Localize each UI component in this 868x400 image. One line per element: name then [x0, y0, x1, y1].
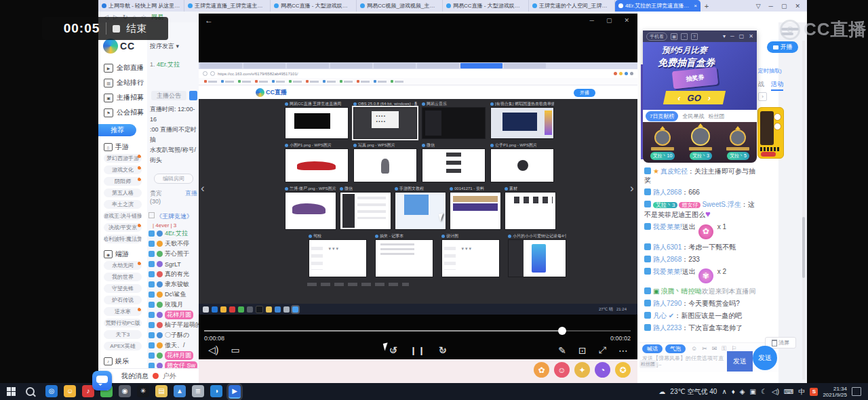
- taskbar-app-icon[interactable]: ▶: [229, 385, 241, 399]
- rewind-10-button[interactable]: ↺10: [389, 344, 398, 357]
- tab-close-icon[interactable]: ×: [694, 3, 697, 9]
- speak-order-select[interactable]: 按序发言 ▾: [150, 42, 199, 51]
- task-thumbnail[interactable]: 公子P1.png - WPS图片: [490, 142, 554, 182]
- viewer-row[interactable]: 隶东骏敏: [147, 279, 199, 289]
- pip-icon[interactable]: ⊡: [578, 345, 587, 356]
- podium-entry[interactable]: 艾拉丶5: [726, 129, 749, 160]
- viewer-row[interactable]: 天歌不停: [147, 239, 199, 249]
- gift-emote-icon[interactable]: ☺: [554, 362, 570, 378]
- game-category[interactable]: 游戏王:决斗链接: [104, 212, 142, 220]
- taskbar-app-icon[interactable]: ☺: [64, 385, 76, 397]
- maximize-icon[interactable]: ▢: [781, 3, 787, 9]
- browser-tab[interactable]: 王牌竞速直播_王牌竞速主播解说_: [184, 0, 271, 12]
- task-thumbnail[interactable]: 驾校: [309, 233, 367, 277]
- notification-center-icon[interactable]: [852, 387, 861, 396]
- viewer-row[interactable]: 〇子酥の: [147, 330, 199, 340]
- grid-icon[interactable]: ▦: [671, 33, 677, 40]
- viewer-row[interactable]: SgrLT: [147, 259, 199, 269]
- caption-icon[interactable]: ▭: [231, 344, 239, 355]
- promo-banner[interactable]: 预约5月比赛 免费抽盲盒券 抽奖券 GO: [643, 42, 757, 110]
- task-thumbnail[interactable]: 微信: [340, 186, 391, 230]
- prev-arrow[interactable]: ‹: [201, 182, 205, 195]
- taskbar-app-icon[interactable]: ▤: [155, 385, 167, 397]
- game-category[interactable]: 游戏文化: [104, 165, 142, 174]
- browser-tab[interactable]: 王牌竞速的个人空间_王牌竞速视频: [529, 0, 615, 12]
- podium-entry[interactable]: 艾拉丶10: [650, 129, 675, 160]
- next-arrow[interactable]: ›: [630, 182, 634, 195]
- tray-icon[interactable]: ▣: [750, 388, 756, 395]
- go-button[interactable]: GO: [663, 91, 726, 104]
- game-category[interactable]: 逆水寒: [104, 307, 142, 316]
- viewer-row[interactable]: 柚子芊超萌的: [147, 320, 199, 330]
- mail-icon[interactable]: ✉: [712, 345, 717, 353]
- viewer-row[interactable]: 芳心照于: [147, 249, 199, 259]
- emoji-icon[interactable]: ☺: [691, 345, 697, 353]
- game-category[interactable]: 率土之滨: [104, 200, 142, 209]
- menu-icon[interactable]: ▽: [756, 3, 761, 9]
- stop-icon[interactable]: [113, 25, 120, 33]
- task-thumbnail[interactable]: [有翡合集] 燃唱国漫热血歌曲串烧: [490, 101, 554, 139]
- sidebar-nav-item[interactable]: ▶ 全部直播: [98, 60, 147, 75]
- game-category[interactable]: 荒野行动PC版: [104, 319, 142, 327]
- volume-icon[interactable]: ◁): [208, 344, 218, 355]
- task-thumbnail[interactable]: 00141271 - 资料: [450, 186, 501, 230]
- taskbar-clock[interactable]: 21:34 2021/9/25: [823, 386, 847, 398]
- viewer-row[interactable]: 花样月圆: [147, 351, 199, 361]
- tray-icon[interactable]: ◈: [740, 388, 745, 395]
- edit-icon[interactable]: ✎: [558, 345, 566, 356]
- browser-tab[interactable]: 网易CC直播 - 大型游戏娱乐直播平: [271, 0, 357, 12]
- task-thumbnail[interactable]: 网易CC直播 王牌竞速直播间: [285, 101, 349, 139]
- vip-header[interactable]: 直播 贵宾 (30): [150, 189, 199, 205]
- popup-maximize-icon[interactable]: ▢: [739, 33, 745, 39]
- back-arrow-icon[interactable]: ←: [205, 16, 213, 25]
- gift-emote-icon[interactable]: ◔: [595, 362, 610, 378]
- game-category[interactable]: 永劫无间: [104, 261, 142, 270]
- ime-indicator[interactable]: 中: [798, 387, 805, 397]
- task-thumbnail[interactable]: 小只的小小可爱转让记录每4个小时: [508, 233, 566, 277]
- browser-tab[interactable]: 4Er.艾拉的王牌竞速直播间_4Er.艾 ×: [615, 0, 701, 12]
- sidebar-nav-item[interactable]: ⚑ 公会招募: [98, 105, 147, 120]
- chat-message-list[interactable]: ★真皮蛇径：关注主播即可参与抽奖 路人2868：666 艾拉丶3翅女仔Sweet…: [643, 165, 762, 342]
- game-category[interactable]: 阴阳师: [104, 177, 142, 186]
- popup-close-icon[interactable]: ✕: [749, 33, 753, 39]
- bell-icon[interactable]: ◔: [681, 33, 688, 40]
- outdoor-tab[interactable]: 户外: [163, 372, 176, 381]
- viewer-row[interactable]: 真的有光: [147, 269, 199, 279]
- task-thumbnail[interactable]: 兰博·僵尸.png - WPS图片: [285, 186, 336, 230]
- game-category[interactable]: 第五人格: [104, 188, 142, 197]
- tab-activity[interactable]: 活动: [771, 80, 783, 91]
- viewer-row[interactable]: Dc\鲨鱼: [147, 289, 199, 300]
- game-category[interactable]: 决战!平安京: [104, 223, 142, 232]
- game-category[interactable]: 炉石传说: [104, 296, 142, 304]
- gift-emote-icon[interactable]: ✦: [574, 362, 590, 378]
- moon-icon[interactable]: ☾: [761, 388, 767, 395]
- send-button[interactable]: 发送: [753, 346, 777, 370]
- game-category[interactable]: 哈利波特:魔法觉: [104, 235, 142, 243]
- page-scrollbar[interactable]: [802, 41, 805, 380]
- dropdown-icon[interactable]: ▾: [723, 33, 726, 39]
- viewer-row[interactable]: 翅女仔 Sw: [147, 361, 199, 368]
- taskbar-app-icon[interactable]: ◎: [45, 385, 58, 397]
- chat-float-button[interactable]: [92, 371, 112, 391]
- viewer-row[interactable]: 玫瑰月: [147, 300, 199, 310]
- tab-war[interactable]: 战: [758, 80, 764, 91]
- player-minimize-icon[interactable]: ─: [590, 17, 594, 24]
- game-category[interactable]: 梦幻西游手游: [104, 154, 142, 163]
- carousel-next[interactable]: ›: [758, 92, 767, 101]
- chat-mode-pill[interactable]: 喊话: [642, 344, 663, 353]
- end-recording-button[interactable]: 结束: [126, 22, 146, 35]
- taskbar-app-icon[interactable]: ◑: [210, 385, 222, 397]
- new-tab-button[interactable]: +: [701, 0, 713, 12]
- gift-emote-icon[interactable]: ✿: [534, 362, 549, 378]
- tray-expand-icon[interactable]: ∧: [722, 388, 726, 395]
- podium-entry[interactable]: 艾拉丶3: [689, 127, 712, 160]
- my-messages-bar[interactable]: 我的消息 户外: [98, 368, 199, 383]
- close-icon[interactable]: ✕: [795, 3, 800, 9]
- forward-30-button[interactable]: ↻30: [439, 344, 448, 357]
- phone-view-button[interactable]: 手机看: [646, 33, 667, 41]
- viewer-row[interactable]: 花样月圆: [147, 310, 199, 320]
- game-category[interactable]: 我的世界: [104, 273, 142, 281]
- recommend-tab[interactable]: 推荐: [98, 124, 136, 136]
- minimize-icon[interactable]: ─: [769, 3, 773, 9]
- browser-tab[interactable]: 网易CC直播 - 大型游戏娱乐直播平: [443, 0, 529, 12]
